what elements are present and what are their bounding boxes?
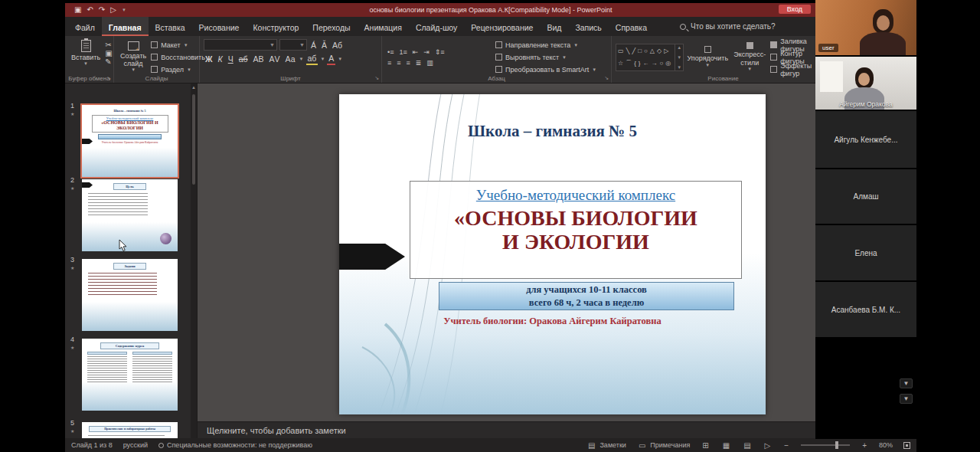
participant-tile-3[interactable]: Айгуль Кенжебе...	[815, 111, 916, 169]
slide-title-box[interactable]: Учебно-методический комплекс «ОСНОВЫ БИО…	[410, 181, 742, 279]
slide-counter[interactable]: Слайд 1 из 8	[71, 441, 113, 449]
shapes-gallery[interactable]: ▭╲╱□○△◇▷ ☆⌒{}←→○◎ ▲▼▼	[616, 44, 684, 71]
thumbnail-scrollbar[interactable]: ▲	[191, 84, 197, 438]
participant-tile-4[interactable]: Алмаш	[815, 169, 916, 225]
tab-record[interactable]: Запись	[568, 17, 608, 36]
zoom-slider-thumb[interactable]	[835, 441, 838, 449]
slide-thumbnail-1[interactable]: Школа – гимназия № 5 Учебно-методический…	[82, 105, 178, 177]
format-painter-icon[interactable]: ✎	[105, 58, 112, 66]
zoom-out-button[interactable]: −	[782, 441, 790, 450]
font-size-combo[interactable]: ▼	[279, 39, 307, 51]
notes-pane[interactable]: Щелкните, чтобы добавить заметки	[198, 421, 916, 438]
shapes-gallery-scroll[interactable]: ▲▼▼	[675, 44, 683, 70]
cut-icon[interactable]: ✂	[105, 41, 112, 49]
participant-video-2[interactable]: Айгерим Оракова	[815, 57, 916, 111]
zoom-in-button[interactable]: +	[861, 441, 868, 450]
participant-video-1[interactable]: user	[815, 0, 916, 57]
tab-design[interactable]: Конструктор	[246, 17, 305, 36]
columns-icon[interactable]: ▥	[425, 59, 435, 67]
clipboard-dialog-launcher[interactable]: ↘	[106, 75, 111, 81]
align-left-icon[interactable]: ≡	[386, 59, 393, 67]
character-spacing-button[interactable]: АV	[268, 54, 282, 64]
scrollbar-thumb[interactable]	[192, 94, 195, 185]
slide-audience-box[interactable]: для учащихся 10-11 классов всего 68 ч, 2…	[439, 282, 734, 310]
highlight-color-button[interactable]: аб	[306, 53, 318, 65]
numbering-icon[interactable]: 1≡	[397, 48, 408, 56]
justify-icon[interactable]: ≣	[414, 59, 423, 67]
slide-school-title[interactable]: Школа – гимназия № 5	[339, 122, 766, 141]
section-button[interactable]: Раздел▼	[151, 64, 205, 75]
sign-in-button[interactable]: Вход	[779, 5, 811, 14]
tab-animations[interactable]: Анимация	[358, 17, 409, 36]
tab-insert[interactable]: Вставка	[149, 17, 192, 36]
quick-styles-button[interactable]: Экспресс-стили▼	[731, 41, 768, 73]
redo-icon[interactable]: ↷	[99, 6, 105, 14]
align-right-icon[interactable]: ≡	[405, 59, 412, 67]
tab-file[interactable]: Файл	[68, 17, 102, 36]
text-direction-button[interactable]: Направление текста▼	[495, 39, 596, 51]
tab-home[interactable]: Главная	[102, 17, 149, 36]
copy-icon[interactable]: ▣	[105, 50, 112, 57]
arrange-icon	[704, 46, 711, 53]
line-spacing-icon[interactable]: ⇕≡	[433, 48, 446, 56]
reset-button[interactable]: Восстановить	[151, 51, 205, 63]
slide-teacher-line[interactable]: Учитель биологии: Оракова Айгерим Кайрат…	[339, 316, 766, 327]
layout-button[interactable]: Макет▼	[151, 39, 205, 51]
fit-to-window-icon[interactable]	[903, 442, 910, 449]
zoom-slider[interactable]	[801, 444, 850, 446]
align-center-icon[interactable]: ≡	[395, 59, 402, 67]
paste-button[interactable]: Вставить▼	[69, 39, 103, 67]
new-slide-button[interactable]: Создать слайд▼	[118, 41, 149, 74]
tab-slideshow[interactable]: Слайд-шоу	[409, 17, 464, 36]
smartart-button[interactable]: Преобразовать в SmartArt▼	[495, 64, 596, 75]
slide-canvas[interactable]: Школа – гимназия № 5 Учебно-методический…	[198, 84, 916, 421]
start-slideshow-icon[interactable]: ▷	[110, 6, 116, 14]
accessibility-status[interactable]: Специальные возможности: не поддерживаю	[158, 441, 312, 449]
customize-qat-icon[interactable]: ▼	[122, 8, 126, 12]
strikethrough-button[interactable]: аб	[237, 54, 250, 64]
notes-toggle[interactable]: ▤Заметки	[586, 441, 626, 450]
increase-indent-icon[interactable]: ⇥	[422, 48, 431, 56]
align-text-button[interactable]: Выровнять текст▼	[495, 51, 596, 63]
participants-scroll-down-button[interactable]: ▼	[900, 378, 913, 388]
zoom-level[interactable]: 80%	[879, 441, 893, 449]
save-icon[interactable]: ▣	[74, 6, 81, 14]
font-color-button[interactable]: А	[327, 53, 335, 65]
tab-view[interactable]: Вид	[540, 17, 568, 36]
text-shadow-button[interactable]: АВ	[252, 54, 266, 64]
decrease-indent-icon[interactable]: ⇤	[411, 48, 420, 56]
tab-help[interactable]: Справка	[609, 17, 654, 36]
slide-sorter-view-icon[interactable]: ▦	[721, 441, 731, 450]
tab-review[interactable]: Рецензирование	[464, 17, 540, 36]
current-slide[interactable]: Школа – гимназия № 5 Учебно-методический…	[339, 94, 766, 414]
clear-formatting-button[interactable]: Аб	[331, 40, 344, 51]
font-name-combo[interactable]: ▼	[204, 39, 277, 51]
tab-transitions[interactable]: Переходы	[305, 17, 357, 36]
participant-tile-6[interactable]: Асанбаева Б.М. К...	[815, 282, 916, 339]
participant-tile-5[interactable]: Елена	[815, 225, 916, 282]
reading-view-icon[interactable]: ▤	[742, 441, 752, 450]
comments-toggle[interactable]: ▭Примечания	[637, 441, 690, 450]
underline-button[interactable]: Ч	[227, 54, 235, 64]
bullets-icon[interactable]: •≡	[386, 48, 395, 56]
font-dialog-launcher[interactable]: ↘	[374, 75, 379, 81]
slideshow-view-icon[interactable]: ▷	[763, 441, 773, 450]
slide-thumbnail-3[interactable]: Задачи	[82, 259, 178, 331]
arrange-button[interactable]: Упорядочить▼	[686, 45, 729, 68]
slide-thumbnail-5[interactable]: Практические и лабораторные работы	[82, 422, 178, 438]
shrink-font-button[interactable]: А̌	[320, 40, 328, 51]
slide-thumbnail-2[interactable]: Цель	[82, 179, 178, 251]
undo-icon[interactable]: ↶	[87, 6, 93, 14]
grow-font-button[interactable]: А́	[309, 40, 318, 51]
slide-thumbnail-4[interactable]: Содержание курса	[82, 339, 178, 411]
italic-button[interactable]: К	[217, 54, 224, 64]
bold-button[interactable]: Ж	[204, 54, 214, 64]
normal-view-icon[interactable]: ⊞	[701, 441, 710, 450]
tab-draw[interactable]: Рисование	[192, 17, 247, 36]
change-case-button[interactable]: Аа	[284, 54, 297, 64]
language-indicator[interactable]: русский	[123, 441, 148, 449]
participants-scroll-bottom-button[interactable]: ▼	[900, 394, 913, 404]
paragraph-dialog-launcher[interactable]: ↘	[604, 75, 609, 81]
tell-me-search[interactable]: Что вы хотите сделать?	[680, 17, 776, 36]
scroll-up-icon[interactable]: ▲	[191, 85, 196, 90]
